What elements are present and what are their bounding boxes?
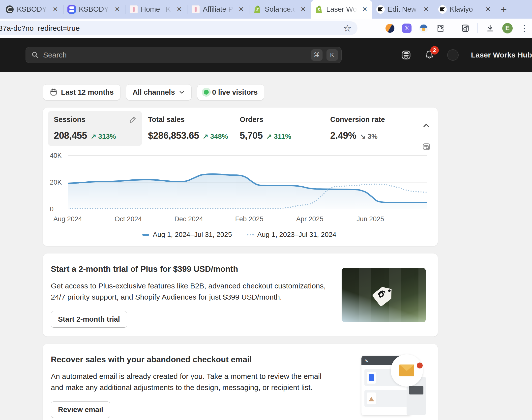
filter-bar: Last 12 months All channels 0 live visit… bbox=[43, 84, 438, 100]
metric-value: 5,705 bbox=[240, 130, 263, 141]
product-thumb-sand bbox=[367, 392, 376, 404]
y-axis-tick: 20K bbox=[50, 179, 66, 186]
legend-previous-period: Aug 1, 2023–Jul 31, 2024 bbox=[247, 231, 336, 239]
metric-label[interactable]: Total sales bbox=[148, 115, 185, 126]
browser-tab-active[interactable]: Laser Wor ✕ bbox=[311, 0, 372, 19]
start-trial-button[interactable]: Start 2-month trial bbox=[51, 311, 127, 328]
tab-search-icon[interactable] bbox=[461, 24, 470, 33]
channel-filter[interactable]: All channels bbox=[126, 84, 192, 100]
tab-title: Solance.c bbox=[265, 5, 296, 13]
home-favicon bbox=[129, 5, 138, 14]
x-axis-tick: Dec 2024 bbox=[175, 215, 203, 223]
notification-count-badge: 2 bbox=[430, 46, 439, 55]
metric-label[interactable]: Orders bbox=[240, 115, 263, 126]
live-visitors-button[interactable]: 0 live visitors bbox=[197, 84, 265, 100]
metric-label[interactable]: Sessions bbox=[54, 115, 85, 126]
browser-tab[interactable]: Edit New ( ✕ bbox=[372, 0, 434, 19]
x-axis-tick: Aug 2024 bbox=[53, 215, 82, 223]
legend-solid-line-icon bbox=[142, 234, 149, 236]
metric-delta: ↗ 311% bbox=[266, 132, 291, 140]
tab-close-icon[interactable]: ✕ bbox=[360, 5, 369, 14]
kbd-cmd: ⌘ bbox=[311, 49, 323, 61]
browser-profile-avatar[interactable]: E bbox=[502, 23, 513, 33]
url-text[interactable]: 37a-dc?no_redirect=true bbox=[0, 24, 80, 32]
browser-menu-icon[interactable]: ⋮ bbox=[520, 23, 529, 33]
klaviyo-favicon bbox=[376, 5, 385, 14]
date-range-filter[interactable]: Last 12 months bbox=[43, 84, 120, 100]
calendar-icon bbox=[50, 88, 58, 96]
tab-close-icon[interactable]: ✕ bbox=[113, 5, 121, 14]
extension-swirl-icon[interactable] bbox=[385, 24, 395, 33]
tab-title: Klaviyo bbox=[450, 5, 481, 13]
legend-current-period: Aug 1, 2024–Jul 31, 2025 bbox=[142, 231, 232, 239]
store-name[interactable]: Laser Works Hub bbox=[471, 51, 532, 59]
tab-title: KSBODYL bbox=[17, 5, 48, 13]
tab-close-icon[interactable]: ✕ bbox=[175, 5, 183, 14]
analytics-card: Sessions 208,455 ↗ 313% Total sales $286… bbox=[43, 108, 438, 246]
collapse-chevron-up-icon[interactable] bbox=[422, 121, 430, 130]
plus-trial-card: Start a 2-month trial of Plus for $399 U… bbox=[43, 253, 438, 336]
sessions-chart[interactable]: 40K 20K 0 Aug 2024 Oct 2024 bbox=[68, 153, 431, 212]
extensions-puzzle-icon[interactable] bbox=[436, 24, 445, 33]
plus-card-title: Start a 2-month trial of Plus for $399 U… bbox=[51, 264, 332, 274]
bookmark-star-icon[interactable]: ☆ bbox=[343, 24, 352, 33]
extension-penguin-icon[interactable] bbox=[419, 24, 428, 33]
browser-tab[interactable]: Home | K' ✕ bbox=[125, 0, 187, 19]
search-input[interactable]: Search ⌘ K bbox=[26, 47, 342, 63]
notifications-bell-icon[interactable]: 2 bbox=[424, 50, 435, 60]
browser-tab-strip: KSBODYL ✕ KSBODYL ✕ Home | K' ✕ Affiliat… bbox=[0, 0, 532, 19]
chart-legend: Aug 1, 2024–Jul 31, 2025 Aug 1, 2023–Jul… bbox=[48, 231, 431, 239]
channel-label: All channels bbox=[133, 88, 175, 96]
sidekick-icon[interactable] bbox=[401, 50, 412, 60]
shopify-favicon bbox=[253, 5, 262, 14]
metric-total-sales[interactable]: Total sales $286,853.65 ↗ 348% bbox=[148, 111, 240, 146]
metric-conversion-rate[interactable]: Conversion rate 2.49% ↘ 3% bbox=[330, 111, 431, 146]
tab-close-icon[interactable]: ✕ bbox=[237, 5, 245, 14]
x-axis-tick: Apr 2025 bbox=[296, 215, 324, 223]
metric-delta: ↘ 3% bbox=[360, 132, 378, 140]
email-envelope-icon bbox=[391, 354, 423, 387]
x-axis-tick: Jun 2025 bbox=[356, 215, 384, 223]
search-icon bbox=[31, 51, 39, 59]
browser-tab[interactable]: KSBODYL ✕ bbox=[1, 0, 63, 19]
tab-close-icon[interactable]: ✕ bbox=[51, 5, 59, 14]
view-report-icon[interactable] bbox=[422, 142, 431, 151]
tab-close-icon[interactable]: ✕ bbox=[484, 5, 492, 14]
extension-asterisk-icon[interactable]: ✳ bbox=[402, 24, 412, 33]
admin-header: Search ⌘ K 2 Laser Works Hub bbox=[0, 38, 532, 72]
metric-label[interactable]: Conversion rate bbox=[330, 115, 385, 126]
browser-tab[interactable]: Solance.c ✕ bbox=[249, 0, 311, 19]
metric-sessions[interactable]: Sessions 208,455 ↗ 313% bbox=[48, 111, 142, 146]
tab-title: KSBODYL bbox=[79, 5, 110, 13]
printer-favicon bbox=[67, 5, 76, 14]
browser-tab[interactable]: Affiliate P ✕ bbox=[187, 0, 249, 19]
metric-orders[interactable]: Orders 5,705 ↗ 311% bbox=[240, 111, 330, 146]
plus-tag-illustration bbox=[342, 268, 426, 322]
x-axis-tick: Feb 2025 bbox=[235, 215, 263, 223]
search-placeholder: Search bbox=[43, 51, 307, 59]
toolbar-separator bbox=[453, 23, 453, 33]
product-thumb-shirt bbox=[367, 372, 376, 384]
download-icon[interactable] bbox=[485, 24, 495, 33]
klaviyo-favicon bbox=[438, 5, 447, 14]
tab-close-icon[interactable]: ✕ bbox=[299, 5, 307, 14]
browser-tab[interactable]: Klaviyo ✕ bbox=[434, 0, 496, 19]
live-visitors-label: 0 live visitors bbox=[212, 88, 258, 96]
new-tab-button[interactable]: + bbox=[496, 0, 511, 19]
kbd-k: K bbox=[326, 49, 338, 61]
chart-canvas bbox=[68, 153, 427, 212]
edit-pencil-icon[interactable] bbox=[129, 116, 137, 123]
address-bar[interactable]: 37a-dc?no_redirect=true ☆ bbox=[0, 21, 357, 35]
tab-title: Laser Wor bbox=[326, 5, 357, 13]
legend-dotted-line-icon bbox=[247, 234, 254, 235]
live-dot-icon bbox=[204, 90, 209, 95]
review-email-button[interactable]: Review email bbox=[51, 401, 110, 418]
chevron-down-icon bbox=[178, 89, 185, 95]
toolbar-separator bbox=[477, 23, 478, 33]
store-avatar[interactable] bbox=[447, 49, 459, 61]
browser-tab[interactable]: KSBODYL ✕ bbox=[63, 0, 125, 19]
date-range-label: Last 12 months bbox=[61, 88, 114, 96]
metric-delta: ↗ 348% bbox=[203, 132, 228, 140]
store-favicon bbox=[5, 5, 14, 14]
tab-close-icon[interactable]: ✕ bbox=[422, 5, 430, 14]
